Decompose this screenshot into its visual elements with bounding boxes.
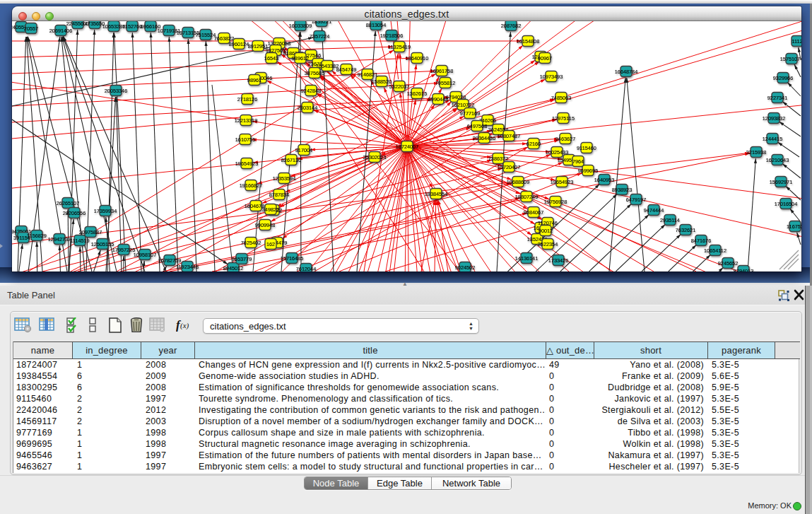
svg-text:9777169: 9777169 (460, 110, 480, 117)
svg-text:7632621: 7632621 (676, 227, 695, 233)
svg-text:2718126: 2718126 (237, 96, 257, 103)
svg-text:16961758: 16961758 (430, 68, 453, 74)
svg-text:16543: 16543 (264, 55, 278, 62)
svg-text:9227341: 9227341 (767, 95, 787, 101)
svg-text:16210643: 16210643 (766, 157, 789, 163)
svg-text:16648784: 16648784 (615, 69, 637, 75)
svg-text:20975887: 20975887 (79, 229, 102, 235)
svg-text:1362615: 1362615 (407, 90, 427, 97)
svg-text:10973493: 10973493 (540, 74, 563, 80)
svg-text:11923448: 11923448 (176, 264, 199, 270)
svg-text:10654112: 10654112 (704, 247, 726, 254)
svg-text:15716485: 15716485 (281, 255, 303, 262)
svg-text:20691406: 20691406 (49, 28, 72, 34)
svg-text:16782759: 16782759 (158, 257, 181, 264)
svg-text:349822: 349822 (262, 206, 279, 213)
svg-text:6497568: 6497568 (467, 123, 487, 129)
svg-text:11325419: 11325419 (388, 44, 411, 50)
svg-text:7955812: 7955812 (435, 80, 455, 86)
svg-text:1244415: 1244415 (763, 136, 782, 142)
svg-text:12213319: 12213319 (235, 117, 257, 124)
svg-text:9242848: 9242848 (301, 88, 321, 94)
svg-text:9653779: 9653779 (232, 256, 252, 262)
svg-text:19166827: 19166827 (240, 182, 262, 189)
svg-text:19654923: 19654923 (235, 160, 258, 167)
svg-text:90967: 90967 (538, 55, 552, 62)
svg-text:7386372: 7386372 (488, 156, 508, 162)
svg-text:9474444: 9474444 (644, 207, 664, 214)
svg-text:1733426: 1733426 (548, 257, 568, 264)
svg-text:10688609: 10688609 (507, 179, 529, 185)
svg-text:9146821: 9146821 (358, 71, 377, 78)
svg-text:18724007: 18724007 (396, 144, 418, 150)
svg-text:18807249: 18807249 (515, 194, 538, 200)
svg-text:8813054: 8813054 (366, 22, 386, 28)
svg-text:1610755: 1610755 (235, 136, 255, 143)
svg-text:9329966: 9329966 (773, 75, 793, 81)
svg-text:1112: 1112 (792, 38, 801, 45)
svg-text:90012: 90012 (539, 228, 553, 234)
svg-text:20557: 20557 (24, 25, 38, 32)
svg-text:917004: 917004 (295, 147, 312, 153)
svg-text:10807487: 10807487 (498, 133, 520, 139)
svg-text:7485063: 7485063 (551, 95, 571, 101)
svg-text:9463627: 9463627 (555, 136, 575, 142)
svg-text:7152760: 7152760 (122, 23, 142, 30)
svg-text:8912951: 8912951 (248, 43, 268, 49)
svg-text:9245652: 9245652 (718, 260, 738, 267)
svg-text:19654923: 19654923 (551, 179, 573, 185)
svg-text:2087682: 2087682 (501, 23, 521, 29)
svg-text:8794013: 8794013 (734, 268, 753, 271)
svg-text:19384554: 19384554 (425, 191, 447, 197)
svg-text:7515524: 7515524 (196, 32, 216, 38)
svg-text:12505135: 12505135 (91, 241, 114, 247)
svg-text:12975115: 12975115 (552, 115, 575, 122)
svg-text:7964: 7964 (572, 158, 584, 165)
svg-text:7612044: 7612044 (296, 266, 316, 271)
svg-text:2935114: 2935114 (660, 217, 680, 223)
svg-text:6479197: 6479197 (626, 197, 646, 203)
svg-text:1839221: 1839221 (312, 21, 331, 25)
svg-text:15751074: 15751074 (780, 56, 801, 62)
svg-text:8267130: 8267130 (281, 157, 301, 163)
svg-text:17359934: 17359934 (94, 208, 117, 214)
svg-text:9699695: 9699695 (578, 168, 598, 174)
svg-text:26265107: 26265107 (57, 200, 79, 206)
svg-text:12942737: 12942737 (48, 236, 71, 243)
svg-text:17957225: 17957225 (112, 247, 135, 253)
svg-text:18640910: 18640910 (406, 55, 428, 62)
svg-text:2803144: 2803144 (298, 105, 317, 111)
svg-text:15692971: 15692971 (770, 179, 792, 185)
svg-text:19756928: 19756928 (544, 199, 567, 205)
svg-text:1640953: 1640953 (594, 177, 614, 183)
svg-text:5322037: 5322037 (389, 83, 409, 90)
svg-text:2522354: 2522354 (538, 241, 558, 247)
svg-text:8454749: 8454749 (336, 66, 356, 73)
svg-text:14136141: 14136141 (515, 255, 538, 262)
svg-text:15720407: 15720407 (498, 164, 520, 170)
svg-text:7357224: 7357224 (310, 33, 329, 40)
svg-text:9909948: 9909948 (255, 222, 275, 228)
svg-text:8960124: 8960124 (229, 41, 249, 47)
svg-text:7625402: 7625402 (241, 240, 261, 246)
svg-text:19218506: 19218506 (380, 33, 403, 39)
svg-text:989612: 989612 (292, 55, 309, 62)
svg-text:62160: 62160 (526, 141, 541, 147)
svg-text:9084067: 9084067 (524, 209, 543, 216)
svg-text:3875685: 3875685 (305, 70, 324, 76)
svg-text:16033809: 16033809 (289, 23, 312, 29)
svg-text:20053346: 20053346 (105, 88, 127, 94)
svg-text:20206556: 20206556 (63, 210, 86, 216)
svg-text:17016504: 17016504 (775, 201, 797, 207)
svg-text:8938923: 8938923 (612, 187, 632, 193)
svg-text:16210722: 16210722 (452, 102, 474, 108)
svg-text:1156829: 1156829 (27, 233, 47, 239)
svg-text:1114519: 1114519 (70, 238, 89, 244)
svg-text:98961: 98961 (247, 77, 261, 83)
svg-text:8945012: 8945012 (223, 265, 243, 271)
svg-text:162: 162 (266, 241, 275, 247)
svg-text:9024502: 9024502 (455, 264, 475, 271)
svg-text:16154808: 16154808 (517, 38, 539, 45)
svg-text:8471676: 8471676 (691, 238, 711, 244)
svg-text:3215938: 3215938 (746, 149, 766, 156)
